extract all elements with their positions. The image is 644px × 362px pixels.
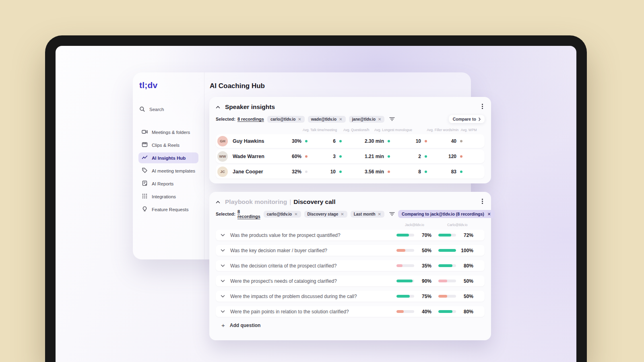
add-question-button[interactable]: + Add question <box>216 322 485 328</box>
metric-value: 83 <box>451 169 456 175</box>
speaker-name-cell: WWWade Warren <box>217 151 282 162</box>
progress-track <box>438 310 456 313</box>
sidebar-search-label: Search <box>149 107 164 112</box>
collapse-chevron-up-icon[interactable] <box>216 201 220 204</box>
progress-track <box>438 295 456 298</box>
app-logo: tl;dv <box>139 80 198 90</box>
avatar: GH <box>217 136 228 146</box>
metric-value: 3.56 min <box>365 169 384 175</box>
selected-recordings-link[interactable]: 8 recordings <box>237 209 260 219</box>
metric-cell: 1.21 min <box>342 154 390 159</box>
close-icon[interactable]: ✕ <box>378 117 381 121</box>
speaker-row-jane-cooper[interactable]: JCJane Cooper32%103.56 min883 <box>216 165 485 179</box>
chevron-down-icon[interactable] <box>221 280 227 282</box>
question-row-was-the-products-value-for-the-prospect-[interactable]: Was the products value for the prospect … <box>216 230 485 241</box>
progress-fill <box>396 264 402 267</box>
sidebar: tl;dv Search Meetings & foldersClips & R… <box>133 72 204 259</box>
sidebar-item-ai-meeting-templates[interactable]: AI meeting templates <box>138 165 198 176</box>
metric-cell: 2.30 min <box>342 138 390 144</box>
metric-value: 32% <box>292 169 301 175</box>
filter-chip-carlo-tldv-io[interactable]: carlo@tldv.io✕ <box>267 116 305 123</box>
kebab-menu-icon[interactable] <box>480 103 485 110</box>
playbook-title-main: Discovery call <box>293 198 335 205</box>
sidebar-item-clips-reels[interactable]: Clips & Reels <box>138 140 198 150</box>
compare-to-button[interactable]: Compare to <box>449 115 485 123</box>
chip-label: carlo@tldv.io <box>267 212 292 216</box>
filter-chip-carlo-tldv-io[interactable]: carlo@tldv.io✕ <box>264 211 301 218</box>
question-row-were-the-prospect-s-needs-of-cataloging-[interactable]: Were the prospect's needs of cataloging … <box>216 276 485 286</box>
sidebar-nav: Meetings & foldersClips & ReelsAI Insigh… <box>138 127 198 215</box>
collapse-chevron-up-icon[interactable] <box>216 106 220 109</box>
close-icon[interactable]: ✕ <box>341 212 344 216</box>
chevron-down-icon[interactable] <box>221 249 227 252</box>
close-icon[interactable]: ✕ <box>487 212 491 216</box>
sidebar-search[interactable]: Search <box>139 106 198 112</box>
filter-chip-discovery-stage[interactable]: Discovery stage✕ <box>304 211 347 218</box>
kebab-menu-icon[interactable] <box>480 198 485 205</box>
score-bar-carlo: 80% <box>438 309 473 315</box>
close-icon[interactable]: ✕ <box>294 212 297 216</box>
filter-funnel-icon[interactable] <box>389 212 395 216</box>
sidebar-item-label: AI Insights Hub <box>152 156 186 160</box>
score-percentage: 40% <box>422 309 431 315</box>
speaker-insights-card: Speaker insights Selected: 8 recordings … <box>209 97 491 183</box>
comparing-to-chip[interactable]: Comparing to jack@tldv.io (8 recordings)… <box>398 210 495 218</box>
question-row-were-the-pain-points-in-relation-to-the-[interactable]: Were the pain points in relation to the … <box>216 306 485 317</box>
metric-cell: 120 <box>427 154 462 159</box>
speaker-filter-chips: carlo@tldv.io✕wade@tldv.io✕jane@tldv.io✕ <box>267 116 384 123</box>
speaker-row-wade-warren[interactable]: WWWade Warren60%31.21 min2120 <box>216 150 485 163</box>
chip-label: carlo@tldv.io <box>270 117 295 121</box>
chevron-down-icon[interactable] <box>221 310 227 313</box>
column-header-avg-longest-monologue: Avg. Longest monologue <box>374 128 427 132</box>
sidebar-item-meetings-folders[interactable]: Meetings & folders <box>138 127 198 138</box>
score-percentage: 72% <box>464 232 473 238</box>
filter-chip-wade-tldv-io[interactable]: wade@tldv.io✕ <box>308 116 346 123</box>
chip-label: jane@tldv.io <box>352 117 376 121</box>
score-percentage: 80% <box>464 263 473 269</box>
speaker-row-guy-hawkins[interactable]: GHGuy Hawkins30%62.30 min1040 <box>216 134 485 148</box>
plus-icon: + <box>221 322 225 328</box>
metric-cell: 10 <box>308 169 342 175</box>
sidebar-item-ai-insights-hub[interactable]: AI Insights Hub <box>138 152 198 163</box>
progress-fill <box>396 234 409 237</box>
question-row-were-the-impacts-of-the-problem-discusse[interactable]: Were the impacts of the problem discusse… <box>216 291 485 302</box>
speaker-name-cell: GHGuy Hawkins <box>217 136 282 146</box>
question-text: Were the prospect's needs of cataloging … <box>227 278 396 284</box>
score-percentage: 35% <box>422 263 431 269</box>
metric-cell: 83 <box>427 169 462 175</box>
close-icon[interactable]: ✕ <box>378 212 381 216</box>
chevron-down-icon[interactable] <box>221 295 227 298</box>
chevron-down-icon[interactable] <box>221 234 227 237</box>
sidebar-item-ai-reports[interactable]: AI Reports <box>138 178 198 189</box>
speaker-name: Jane Cooper <box>233 169 263 175</box>
close-icon[interactable]: ✕ <box>339 117 342 121</box>
metric-value: 2 <box>418 154 421 159</box>
compare-to-label: Compare to <box>453 117 476 121</box>
progress-track <box>438 249 456 252</box>
filter-funnel-icon[interactable] <box>389 117 395 121</box>
progress-track <box>438 264 456 267</box>
metric-value: 40 <box>451 138 456 144</box>
metric-cell: 3.56 min <box>342 169 390 175</box>
filter-chip-last-month[interactable]: Last month✕ <box>351 211 384 218</box>
metric-value: 6 <box>333 138 336 144</box>
chip-label: Discovery stage <box>308 212 339 216</box>
sidebar-item-label: Integrations <box>152 194 176 199</box>
filter-chip-jane-tldv-io[interactable]: jane@tldv.io✕ <box>349 116 385 123</box>
score-bar-jack: 40% <box>396 309 431 315</box>
close-icon[interactable]: ✕ <box>298 117 301 121</box>
question-row-was-the-decision-criteria-of-the-prospec[interactable]: Was the decision criteria of the prospec… <box>216 260 485 271</box>
progress-fill <box>396 295 410 298</box>
question-row-was-the-key-decision-maker-buyer-clarifi[interactable]: Was the key decision maker / buyer clari… <box>216 245 485 256</box>
selected-recordings-link[interactable]: 8 recordings <box>237 117 264 121</box>
chevron-down-icon[interactable] <box>221 264 227 267</box>
report-icon <box>142 180 148 187</box>
speaker-name: Guy Hawkins <box>233 138 264 144</box>
sidebar-item-integrations[interactable]: Integrations <box>138 191 198 202</box>
speaker-insights-title: Speaker insights <box>225 103 275 111</box>
score-bar-carlo: 50% <box>438 278 473 284</box>
sidebar-item-feature-requests[interactable]: Feature Requests <box>138 204 198 215</box>
metric-value: 8 <box>418 169 421 175</box>
page-title: AI Coaching Hub <box>210 82 265 90</box>
metric-cell: 2 <box>390 154 427 159</box>
